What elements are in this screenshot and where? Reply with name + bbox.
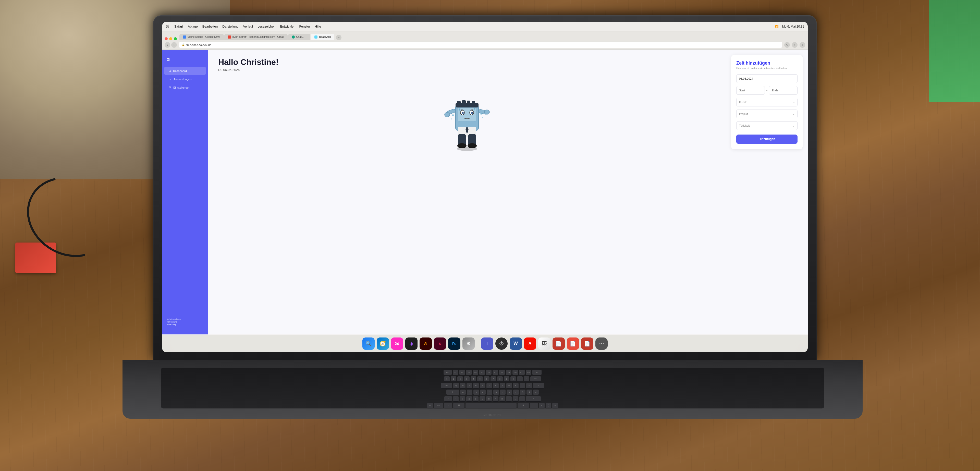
sidebar-item-einstellungen[interactable]: ⚙ Einstellungen [164, 83, 206, 91]
key-shift-l[interactable]: ⇧ [444, 396, 452, 402]
key-f11[interactable]: F11 [519, 370, 525, 375]
sidebar-item-auswertungen[interactable]: → Auswertungen [164, 75, 206, 83]
key-delete[interactable]: del [532, 370, 542, 375]
dock-preview[interactable]: 🖼 [538, 337, 550, 350]
key-j[interactable]: J [500, 390, 506, 395]
key-up-down[interactable]: ↑ ↓ [546, 403, 551, 409]
key-d[interactable]: D [473, 390, 479, 395]
key-ö[interactable]: Ö [520, 390, 525, 395]
project-select[interactable]: Projekt [736, 110, 797, 118]
key-w[interactable]: W [460, 383, 466, 388]
key-space[interactable] [466, 403, 517, 409]
key-return[interactable]: ↵ [533, 383, 544, 388]
dock-adobe-xd[interactable]: Xd [391, 337, 403, 350]
customer-select[interactable]: Kunde [736, 98, 797, 107]
key-7[interactable]: 7 [490, 376, 496, 382]
key-l[interactable]: L [513, 390, 519, 395]
key-0[interactable]: 0 [511, 376, 516, 382]
key-f2[interactable]: F2 [460, 370, 465, 375]
key-fn[interactable]: fn [427, 403, 433, 409]
key-a[interactable]: A [460, 390, 466, 395]
key-backspace[interactable]: ⌫ [530, 376, 541, 382]
key-ü[interactable]: Ü [520, 383, 525, 388]
key-2[interactable]: 2 [457, 376, 463, 382]
key-f1[interactable]: F1 [453, 370, 458, 375]
key-cmd-l[interactable]: ⌘ [453, 403, 465, 409]
key-e[interactable]: E [466, 383, 472, 388]
key-3[interactable]: 3 [464, 376, 469, 382]
key-n[interactable]: N [493, 396, 498, 402]
key-y[interactable]: Y [460, 396, 465, 402]
key-plus[interactable]: + [526, 383, 532, 388]
key-x[interactable]: X [466, 396, 472, 402]
dock-teams[interactable]: T [481, 337, 493, 350]
key-9[interactable]: 9 [504, 376, 509, 382]
key-t[interactable]: T [480, 383, 485, 388]
key-ctrl[interactable]: ctrl [434, 403, 443, 409]
new-tab-button[interactable]: + [336, 35, 342, 40]
key-z[interactable]: Z [487, 383, 492, 388]
key-lt[interactable]: < [453, 396, 458, 402]
tab-gmail[interactable]: [Kein Betreff] - konert333@gmail.com - G… [224, 34, 288, 40]
apple-menu[interactable]: ⌘ [165, 24, 170, 29]
key-v[interactable]: V [479, 396, 485, 402]
key-ä[interactable]: Ä [527, 390, 532, 395]
key-alt-l[interactable]: ⌥ [444, 403, 452, 409]
key-r[interactable]: R [473, 383, 479, 388]
key-f8[interactable]: F8 [499, 370, 505, 375]
dock-adobe-photoshop[interactable]: Ps [448, 337, 460, 350]
back-button[interactable]: ‹ [165, 42, 170, 48]
fullscreen-button[interactable] [174, 37, 177, 40]
key-u[interactable]: U [493, 383, 499, 388]
tab-chatgpt[interactable]: ChatGPT [288, 34, 310, 40]
share-button[interactable]: ↑ [792, 42, 797, 48]
menubar-bearbeiten[interactable]: Bearbeiten [202, 25, 218, 28]
dock-pdf-tool-2[interactable]: 📄 [567, 337, 579, 350]
key-6[interactable]: 6 [484, 376, 490, 382]
dock-system-prefs[interactable]: ⚙ [463, 337, 475, 350]
key-g[interactable]: G [487, 390, 492, 395]
key-comma[interactable]: , [506, 396, 512, 402]
key-f6[interactable]: F6 [486, 370, 492, 375]
key-hash[interactable]: # [533, 390, 539, 395]
key-p[interactable]: P [513, 383, 519, 388]
key-f3[interactable]: F3 [466, 370, 472, 375]
key-left[interactable]: ← [539, 403, 545, 409]
tab-react-app[interactable]: React App [311, 34, 334, 40]
menubar-verlauf[interactable]: Verlauf [243, 25, 253, 28]
key-f12[interactable]: F12 [526, 370, 531, 375]
menubar-lesezeichen[interactable]: Lesezeichen [258, 25, 275, 28]
dock-acrobat[interactable]: A [524, 337, 536, 350]
key-dash[interactable]: - [517, 376, 523, 382]
menubar-ablage[interactable]: Ablage [188, 25, 198, 28]
key-caps[interactable]: ⇪ [446, 390, 459, 395]
key-f7[interactable]: F7 [493, 370, 498, 375]
date-input[interactable] [736, 74, 797, 83]
key-alt-r[interactable]: ⌥ [530, 403, 538, 409]
address-bar[interactable]: 🔒 time-snap.co-dex.de [179, 41, 782, 48]
key-i[interactable]: I [500, 383, 505, 388]
close-button[interactable] [165, 37, 168, 40]
minimize-button[interactable] [169, 37, 172, 40]
forward-button[interactable]: › [171, 42, 177, 48]
menubar-entwickler[interactable]: Entwickler [280, 25, 295, 28]
key-slash[interactable]: - [519, 396, 525, 402]
add-time-button[interactable]: Hinzufügen [736, 135, 797, 144]
key-tab[interactable]: Tab [441, 383, 452, 388]
menubar-darstellung[interactable]: Darstellung [222, 25, 239, 28]
dock-word[interactable]: W [510, 337, 522, 350]
key-shift-r[interactable]: ⇧ [526, 396, 541, 402]
key-1[interactable]: 1 [451, 376, 456, 382]
key-f10[interactable]: F10 [512, 370, 518, 375]
key-f5[interactable]: F5 [479, 370, 485, 375]
key-right[interactable]: → [552, 403, 558, 409]
tab-google-drive[interactable]: Meine Ablage - Google Drive [180, 34, 224, 40]
dock-more-items[interactable]: ⋯ [595, 337, 608, 350]
key-4[interactable]: 4 [471, 376, 476, 382]
key-h[interactable]: H [493, 390, 499, 395]
dock-pdf-tool-1[interactable]: 📄 [552, 337, 565, 350]
key-backtick[interactable]: § [444, 376, 450, 382]
key-o[interactable]: O [506, 383, 512, 388]
dock-power-btn[interactable]: ⏻ [495, 337, 508, 350]
menubar-safari[interactable]: Safari [174, 25, 183, 28]
